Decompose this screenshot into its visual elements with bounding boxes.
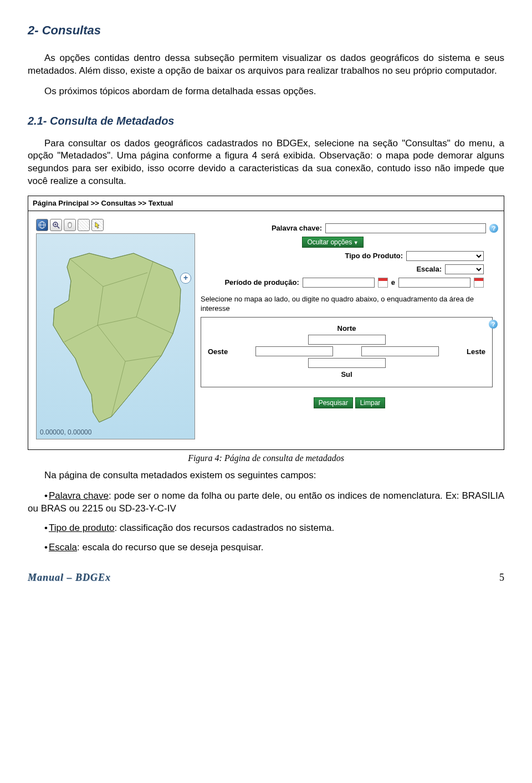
oeste-label: Oeste [208, 347, 228, 357]
norte-input[interactable] [308, 335, 386, 345]
map-toolbar [36, 219, 194, 231]
map-canvas[interactable]: + 0.00000, 0.00000 [36, 233, 195, 439]
page-number: 5 [499, 571, 504, 584]
heading-2: 2- Consultas [28, 22, 504, 39]
footer-title: Manual – BDGEx [28, 571, 111, 584]
sul-label: Sul [341, 370, 352, 380]
tipo-select[interactable] [406, 251, 484, 261]
norte-label: Norte [337, 324, 356, 334]
figure-caption: Figura 4: Página de consulta de metadado… [28, 452, 504, 464]
keyword-input[interactable] [325, 223, 486, 233]
pan-icon[interactable] [64, 219, 76, 231]
calendar-icon[interactable] [474, 278, 484, 288]
keyword-label: Palavra chave: [272, 223, 322, 233]
pesquisar-button[interactable]: Pesquisar [314, 397, 353, 408]
paragraph: Na página de consulta metadados existem … [28, 469, 504, 482]
help-icon[interactable]: ? [489, 320, 498, 329]
paragraph: Para consultar os dados geográficos cada… [28, 137, 504, 188]
list-item: Tipo de produto: classificação dos recur… [28, 522, 504, 535]
list-item: Escala: escala do recurso que se deseja … [28, 541, 504, 554]
svg-line-4 [57, 226, 59, 228]
misc-icon[interactable] [78, 219, 90, 231]
sul-input[interactable] [308, 358, 386, 368]
help-icon[interactable]: ? [489, 224, 498, 233]
escala-label: Escala: [416, 264, 442, 274]
app-frame: Página Principal >> Consultas >> Textual [28, 196, 504, 450]
oeste-input[interactable] [255, 346, 333, 356]
calendar-icon[interactable] [378, 278, 388, 288]
zoom-icon[interactable] [50, 219, 62, 231]
periodo-label: Período de produção: [224, 278, 299, 288]
hide-options-button[interactable]: Ocultar opções [302, 237, 363, 248]
page-footer: Manual – BDGEx 5 [28, 571, 504, 584]
paragraph: Os próximos tópicos abordam de forma det… [28, 85, 504, 98]
limpar-button[interactable]: Limpar [355, 397, 386, 408]
bounding-box-panel: ? Norte Oeste Leste [201, 317, 493, 387]
fields-list: Palavra chave: pode ser o nome da folha … [28, 490, 504, 554]
tipo-label: Tipo do Produto: [345, 251, 403, 261]
e-label: e [391, 278, 395, 288]
heading-2-1: 2.1- Consulta de Metadados [28, 114, 504, 129]
periodo-end-input[interactable] [398, 278, 470, 288]
globe-icon[interactable] [36, 219, 48, 231]
leste-label: Leste [467, 347, 485, 357]
cursor-icon[interactable] [91, 219, 104, 231]
zoom-plus-icon[interactable]: + [180, 273, 191, 284]
breadcrumb: Página Principal >> Consultas >> Textual [28, 196, 504, 211]
escala-select[interactable] [445, 264, 484, 274]
figure-4: Página Principal >> Consultas >> Textual [28, 196, 504, 464]
bbox-note: Selecione no mapa ao lado, ou digite no … [201, 294, 498, 314]
paragraph: As opções contidas dentro dessa subseção… [28, 52, 504, 78]
map-coords: 0.00000, 0.00000 [40, 428, 91, 437]
leste-input[interactable] [361, 346, 439, 356]
periodo-start-input[interactable] [303, 278, 375, 288]
list-item: Palavra chave: pode ser o nome da folha … [28, 490, 504, 515]
